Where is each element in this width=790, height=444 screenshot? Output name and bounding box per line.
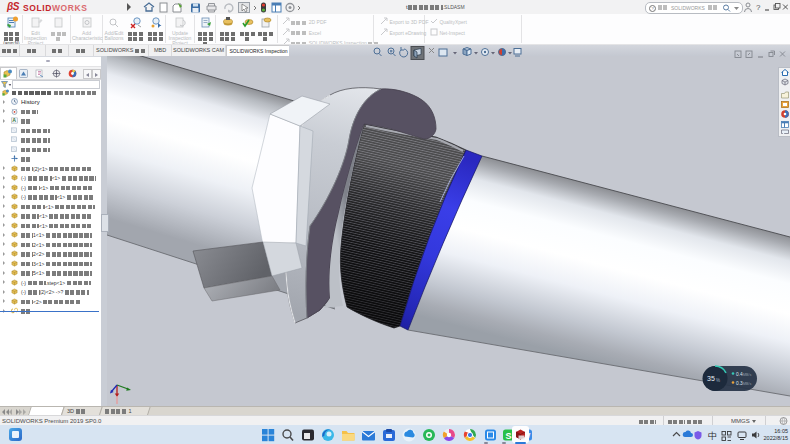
svg-text:%: % bbox=[716, 378, 720, 383]
svg-text:中: 中 bbox=[708, 431, 717, 441]
svg-text:?: ? bbox=[756, 3, 761, 12]
svg-text:0.4MB/s: 0.4MB/s bbox=[736, 372, 751, 377]
svg-text:0.3MB/s: 0.3MB/s bbox=[736, 381, 751, 386]
svg-text:A: A bbox=[12, 117, 16, 123]
svg-text:35: 35 bbox=[707, 375, 715, 382]
svg-text:S: S bbox=[506, 431, 512, 441]
